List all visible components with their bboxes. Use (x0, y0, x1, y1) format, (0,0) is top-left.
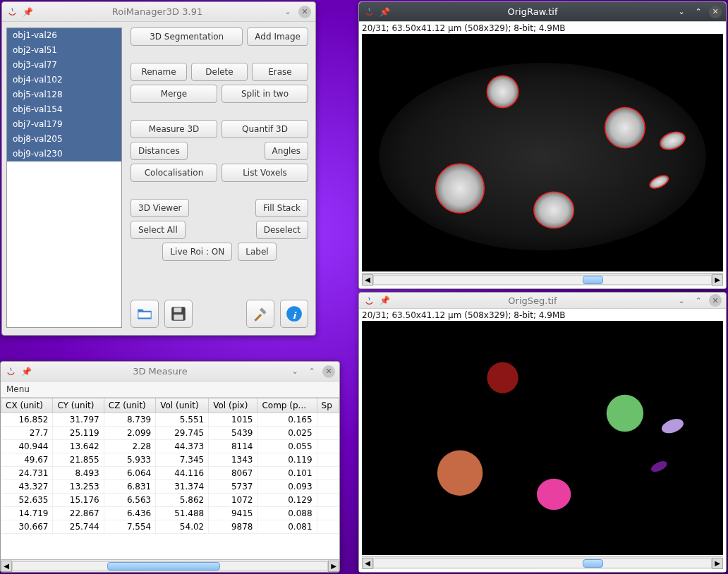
column-header[interactable]: CZ (unit) (104, 398, 155, 413)
table-row[interactable]: 52.63515.1766.5635.86210720.129 (1, 494, 339, 507)
roi-list-item[interactable]: obj5-val128 (7, 87, 121, 102)
scroll-track[interactable] (373, 558, 712, 568)
scroll-left-button[interactable]: ◀ (1, 561, 12, 572)
add-image-button[interactable]: Add Image (247, 28, 308, 46)
column-header[interactable]: CY (unit) (53, 398, 104, 413)
column-header[interactable]: Sp (317, 398, 339, 413)
table-cell (317, 507, 339, 520)
table-cell: 0.081 (257, 520, 317, 534)
save-icon-button[interactable] (164, 300, 193, 328)
roi-list-item[interactable]: obj3-val77 (7, 58, 121, 73)
svg-rect-19 (362, 321, 723, 555)
origraw-scrollbar[interactable]: ◀ ▶ (362, 273, 723, 286)
table-cell (317, 494, 339, 507)
table-row[interactable]: 49.6721.8555.9337.34513430.119 (1, 453, 339, 467)
roi-list-item[interactable]: obj7-val179 (7, 117, 121, 132)
minimize-button[interactable]: ⌄ (675, 294, 688, 307)
menu-item[interactable]: Menu (1, 381, 339, 397)
close-button[interactable]: ✕ (709, 6, 722, 18)
roi-object-list[interactable]: obj1-val26obj2-val51obj3-val77obj4-val10… (6, 28, 122, 328)
close-button[interactable]: ✕ (709, 294, 722, 307)
scroll-left-button[interactable]: ◀ (362, 558, 373, 569)
table-row[interactable]: 27.725.1192.09929.74554390.025 (1, 427, 339, 440)
quantif3d-button[interactable]: Quantif 3D (222, 120, 308, 138)
roi-list-item[interactable]: obj8-val205 (7, 132, 121, 147)
settings-icon-button[interactable] (246, 300, 274, 328)
scroll-thumb[interactable] (583, 276, 603, 284)
scroll-left-button[interactable]: ◀ (362, 274, 373, 286)
table-row[interactable]: 30.66725.7447.55454.0298780.081 (1, 520, 339, 534)
scroll-thumb[interactable] (583, 559, 603, 568)
maximize-button[interactable]: ⌃ (305, 365, 318, 378)
select-all-button[interactable]: Select All (131, 221, 186, 239)
roi-titlebar[interactable]: 📌 RoiManager3D 3.91 ⌄ ✕ (2, 2, 315, 22)
live-roi-button[interactable]: Live Roi : ON (162, 243, 232, 261)
list-voxels-button[interactable]: List Voxels (222, 164, 308, 182)
viewer3d-button[interactable]: 3D Viewer (131, 199, 189, 217)
pin-icon[interactable]: 📌 (20, 366, 32, 377)
table-row[interactable]: 24.7318.4936.06444.11680670.101 (1, 467, 339, 480)
table-cell: 16.852 (1, 413, 53, 427)
segmentation-button[interactable]: 3D Segmentation (131, 28, 243, 46)
info-icon-button[interactable]: i (280, 300, 308, 328)
table-row[interactable]: 43.32713.2536.83131.37457370.093 (1, 480, 339, 494)
roi-list-item[interactable]: obj4-val102 (7, 73, 121, 87)
column-header[interactable]: Vol (pix) (209, 398, 257, 413)
scroll-right-button[interactable]: ▶ (712, 558, 723, 569)
fill-stack-button[interactable]: Fill Stack (255, 199, 308, 217)
colocalisation-button[interactable]: Colocalisation (131, 164, 217, 182)
origraw-titlebar[interactable]: 📌 OrigRaw.tif ⌄ ⌃ ✕ (359, 2, 726, 22)
origseg-titlebar[interactable]: 📌 OrigSeg.tif ⌄ ⌃ ✕ (359, 293, 726, 309)
measure-titlebar[interactable]: 📌 3D Measure ⌄ ⌃ ✕ (1, 362, 339, 381)
roi-list-item[interactable]: obj2-val51 (7, 43, 121, 58)
label-button[interactable]: Label (238, 243, 276, 261)
close-button[interactable]: ✕ (298, 6, 311, 18)
svg-rect-1 (174, 307, 182, 312)
erase-button[interactable]: Erase (252, 63, 308, 81)
delete-button[interactable]: Delete (191, 63, 248, 81)
origseg-scrollbar[interactable]: ◀ ▶ (362, 556, 723, 569)
scroll-thumb[interactable] (107, 562, 221, 570)
close-button[interactable]: ✕ (322, 365, 335, 378)
pin-icon[interactable]: 📌 (22, 6, 33, 18)
table-cell: 6.831 (104, 480, 155, 494)
table-row[interactable]: 16.85231.7978.7395.55110150.165 (1, 413, 339, 427)
column-header[interactable]: CX (unit) (1, 398, 53, 413)
deselect-button[interactable]: Deselect (256, 221, 308, 239)
roi-list-item[interactable]: obj6-val154 (7, 102, 121, 117)
minimize-button[interactable]: ⌄ (281, 6, 294, 18)
origraw-canvas[interactable] (362, 34, 723, 271)
table-row[interactable]: 40.94413.6422.2844.37381140.055 (1, 440, 339, 453)
scroll-right-button[interactable]: ▶ (712, 274, 723, 286)
scroll-track[interactable] (373, 275, 712, 285)
merge-button[interactable]: Merge (131, 85, 217, 103)
distances-button[interactable]: Distances (131, 142, 188, 160)
measure-scrollbar[interactable]: ◀ ▶ (1, 559, 339, 572)
scroll-right-button[interactable]: ▶ (328, 561, 339, 572)
table-row[interactable]: 14.71922.8676.43651.48894150.088 (1, 507, 339, 520)
table-cell: 27.7 (1, 427, 53, 440)
svg-point-24 (537, 479, 571, 510)
minimize-button[interactable]: ⌄ (675, 6, 688, 18)
measure3d-button[interactable]: Measure 3D (131, 120, 217, 138)
table-cell: 5.933 (104, 453, 155, 467)
pin-icon[interactable]: 📌 (379, 6, 390, 18)
origseg-canvas[interactable] (362, 321, 723, 555)
pin-icon[interactable]: 📌 (379, 295, 390, 306)
angles-button[interactable]: Angles (265, 142, 308, 160)
maximize-button[interactable]: ⌃ (692, 294, 705, 307)
minimize-button[interactable]: ⌄ (289, 365, 301, 378)
measure-table-wrap[interactable]: CX (unit)CY (unit)CZ (unit)Vol (unit)Vol… (1, 397, 339, 559)
split-button[interactable]: Split in two (222, 85, 308, 103)
roi-list-item[interactable]: obj9-val230 (7, 147, 121, 161)
rename-button[interactable]: Rename (131, 63, 187, 81)
column-header[interactable]: Vol (unit) (156, 398, 209, 413)
open-icon-button[interactable] (131, 300, 159, 328)
scroll-track[interactable] (12, 561, 328, 571)
table-cell: 8114 (209, 440, 257, 453)
roi-list-item[interactable]: obj1-val26 (7, 28, 121, 43)
table-cell (317, 413, 339, 427)
maximize-button[interactable]: ⌃ (692, 6, 705, 18)
table-cell: 0.025 (257, 427, 317, 440)
column-header[interactable]: Comp (p... (257, 398, 317, 413)
